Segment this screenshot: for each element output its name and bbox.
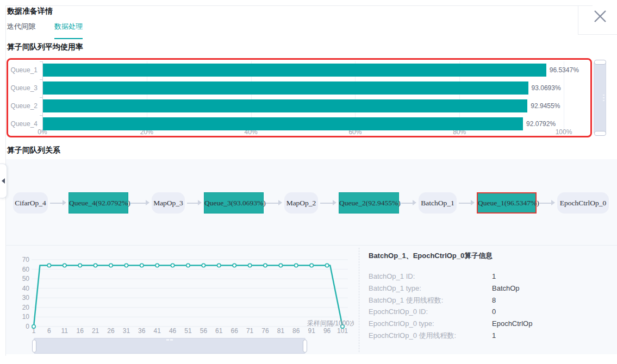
svg-text:36: 36 — [138, 327, 146, 335]
info-row-value: BatchOp — [492, 283, 520, 294]
dialog-title: 数据准备详情 — [7, 7, 53, 16]
collapse-arrow-icon — [2, 178, 5, 184]
svg-text:60: 60 — [22, 266, 30, 273]
info-row: BatchOp_1 ID:1 — [369, 271, 608, 283]
bar-row-queue_3[interactable]: Queue_393.0693% — [8, 81, 590, 95]
svg-text:6: 6 — [47, 327, 51, 335]
svg-text:76: 76 — [261, 327, 269, 335]
bar-yaxis-tick — [40, 133, 42, 133]
header-corner-divider — [578, 34, 617, 35]
sidebar-collapse-button[interactable] — [0, 164, 7, 198]
flow-node-queue_1[interactable]: Queue_1(96.5347%) — [477, 192, 537, 214]
bar-category-label: Queue_2 — [9, 99, 38, 112]
close-icon[interactable] — [593, 9, 608, 24]
flow-arrow-head-icon — [63, 200, 66, 205]
flow-node-queue_2[interactable]: Queue_2(92.9455%) — [339, 192, 399, 214]
svg-text:66: 66 — [231, 327, 239, 335]
flow-arrow-head-icon — [413, 200, 416, 205]
range-slider-left-handle[interactable] — [32, 340, 36, 353]
tab-iteration-gap[interactable]: 迭代间隙 — [7, 22, 35, 38]
bar-yaxis-tick — [40, 115, 42, 116]
queue-detail-panel: 0102030405060701611162126313641465156616… — [6, 245, 617, 354]
info-row-value: 1 — [492, 271, 496, 283]
bar-rect[interactable] — [43, 117, 523, 130]
flow-arrow-head-icon — [146, 200, 149, 205]
svg-text:51: 51 — [184, 327, 192, 335]
bar-rect[interactable] — [43, 81, 528, 95]
flow-arrow — [130, 203, 146, 204]
flow-node-mapop_3[interactable]: MapOp_3 — [152, 192, 185, 214]
info-row: BatchOp_1 使用线程数:8 — [369, 294, 608, 306]
flow-arrow — [187, 203, 198, 204]
svg-text:10: 10 — [22, 313, 30, 321]
header-right-divider — [578, 5, 578, 34]
svg-text:16: 16 — [77, 327, 84, 335]
queue-usage-bar-chart: 0%20%40%60%80%100%Queue_196.5347%Queue_3… — [8, 60, 590, 136]
info-panel-divider — [359, 248, 359, 352]
vertical-slider-bottom-handle[interactable] — [594, 131, 606, 136]
dialog-top-border — [5, 5, 593, 6]
red-highlight-box: 0%20%40%60%80%100%Queue_196.5347%Queue_3… — [7, 58, 592, 137]
flow-node-batchop_1[interactable]: BatchOp_1 — [419, 192, 457, 214]
info-row: EpochCtrlOp_0 ID:0 — [369, 306, 608, 318]
flow-arrow-head-icon — [471, 200, 475, 205]
svg-text:71: 71 — [246, 327, 254, 335]
info-row-value: 1 — [492, 330, 496, 342]
operator-info-title: BatchOp_1、EpochCtrlOp_0算子信息 — [369, 251, 608, 261]
queue-usage-section-title: 算子间队列平均使用率 — [7, 42, 83, 52]
info-row-value: EpochCtrlOp — [492, 318, 532, 330]
info-row-value: 8 — [492, 294, 496, 306]
svg-text:70: 70 — [22, 256, 30, 263]
operator-info-panel: BatchOp_1、EpochCtrlOp_0算子信息 BatchOp_1 ID… — [369, 251, 608, 261]
flow-arrow — [401, 203, 413, 204]
range-slider-right-handle[interactable] — [303, 340, 307, 353]
flow-node-mapop_2[interactable]: MapOp_2 — [284, 192, 318, 214]
flow-arrow-head-icon — [333, 200, 336, 205]
flow-node-cifarop_4[interactable]: CifarOp_4 — [13, 192, 48, 214]
flow-arrow-head-icon — [198, 200, 202, 205]
vertical-slider-top-handle[interactable] — [594, 60, 606, 65]
bar-row-queue_1[interactable]: Queue_196.5347% — [8, 64, 590, 77]
flow-arrow — [539, 203, 552, 204]
bar-row-queue_4[interactable]: Queue_492.0792% — [8, 117, 590, 130]
bar-rect[interactable] — [43, 64, 546, 77]
flow-node-queue_4[interactable]: Queue_4(92.0792%) — [68, 192, 128, 214]
svg-text:86: 86 — [292, 327, 300, 335]
info-row: BatchOp_1 type:BatchOp — [369, 283, 608, 294]
bar-yaxis-tick — [40, 97, 42, 98]
svg-text:91: 91 — [308, 327, 316, 335]
operator-queue-flow-diagram: CifarOp_4Queue_4(92.0792%)MapOp_3Queue_3… — [6, 159, 617, 245]
info-row-value: 0 — [492, 306, 496, 318]
svg-text:31: 31 — [123, 327, 130, 335]
bar-row-queue_2[interactable]: Queue_292.9455% — [8, 99, 590, 112]
bar-chart-vertical-zoom-slider[interactable] — [594, 62, 606, 134]
info-row-label: BatchOp_1 使用线程数: — [369, 294, 443, 306]
info-row-label: EpochCtrlOp_0 使用线程数: — [369, 330, 456, 342]
bar-rect[interactable] — [43, 99, 527, 112]
tab-data-processing[interactable]: 数据处理 — [54, 22, 83, 39]
vertical-slider-grip-icon — [603, 95, 604, 101]
bar-yaxis-tick — [40, 61, 42, 62]
flow-node-epochctrlop_0[interactable]: EpochCtrlOp_0 — [557, 192, 609, 214]
svg-text:40: 40 — [22, 285, 30, 292]
line-chart-range-slider[interactable] — [34, 338, 306, 354]
flow-arrow-head-icon — [551, 200, 555, 205]
queue-relation-section-title: 算子间队列关系 — [7, 146, 60, 155]
line-chart-xaxis-name: 采样间隔/1000次 — [307, 319, 354, 328]
svg-text:20: 20 — [22, 304, 30, 311]
bar-value-label: 92.9455% — [531, 99, 560, 112]
svg-text:21: 21 — [92, 327, 99, 335]
flow-node-queue_3[interactable]: Queue_3(93.0693%) — [204, 192, 264, 214]
flow-arrow — [50, 203, 63, 204]
svg-text:81: 81 — [277, 327, 285, 335]
svg-text:96: 96 — [323, 327, 331, 335]
info-row: EpochCtrlOp_0 type:EpochCtrlOp — [369, 318, 608, 330]
svg-text:46: 46 — [169, 327, 177, 335]
svg-text:30: 30 — [22, 294, 30, 302]
info-row: EpochCtrlOp_0 使用线程数:1 — [369, 330, 608, 342]
bar-value-label: 92.0792% — [526, 117, 556, 130]
data-preparation-dialog: 数据准备详情 迭代间隙 数据处理 算子间队列平均使用率 0%20%40%60%8… — [0, 0, 617, 364]
info-row-label: EpochCtrlOp_0 ID: — [369, 306, 428, 318]
bar-value-label: 96.5347% — [550, 64, 579, 77]
svg-text:26: 26 — [107, 327, 115, 335]
